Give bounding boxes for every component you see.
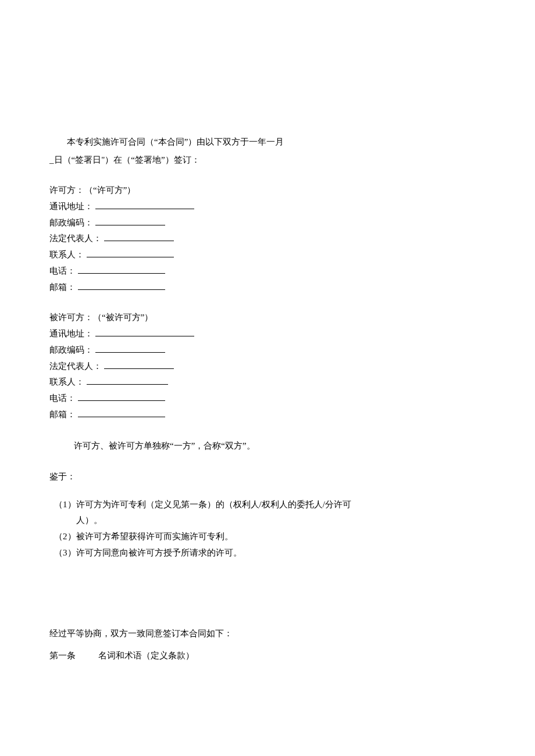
licensee-address: 通讯地址：: [49, 326, 486, 342]
licensee-postal-blank: [95, 343, 165, 353]
licensor-email-label: 邮箱：: [49, 282, 76, 292]
licensee-legal-rep-label: 法定代表人：: [49, 361, 102, 371]
article-1: 第一条 名词和术语（定义条款）: [49, 647, 486, 664]
licensee-contact-label: 联系人：: [49, 377, 84, 386]
article-1-title: 名词和术语（定义条款）: [98, 651, 194, 660]
licensee-block: 被许可方：（“被许可方”） 通讯地址： 邮政编码： 法定代表人： 联系人： 电话…: [49, 310, 486, 422]
article-1-number: 第一条: [49, 647, 96, 664]
recital-list: （1）许可方为许可专利（定义见第一条）的（权利人/权利人的委托人/分许可 人）。…: [54, 497, 486, 561]
recital-1-line-b: 人）。: [54, 513, 486, 529]
licensor-email: 邮箱：: [49, 280, 486, 296]
licensor-address-label: 通讯地址：: [49, 202, 93, 211]
licensor-contact-blank: [87, 248, 174, 257]
recital-2: （2）被许可方希望获得许可而实施许可专利。: [54, 529, 486, 545]
licensee-phone: 电话：: [49, 390, 486, 407]
licensee-contact-blank: [87, 375, 168, 385]
licensee-legal-rep: 法定代表人：: [49, 359, 486, 375]
licensor-legal-rep-blank: [104, 232, 174, 241]
licensee-phone-blank: [78, 392, 165, 401]
licensor-postal-blank: [95, 216, 165, 225]
document-page: 本专利实施许可合同（“本合同”）由以下双方于一年一月 _日（“签署日"）在（“签…: [0, 0, 535, 722]
recital-3: （3）许可方同意向被许可方授予所请求的许可。: [54, 545, 486, 561]
licensee-address-label: 通讯地址：: [49, 329, 93, 338]
licensor-contact-label: 联系人：: [49, 250, 84, 259]
recital-1-line-a: （1）许可方为许可专利（定义见第一条）的（权利人/权利人的委托人/分许可: [54, 497, 486, 513]
licensor-phone-label: 电话：: [49, 266, 76, 275]
whereas-label: 鉴于：: [49, 468, 486, 485]
licensee-heading: 被许可方：（“被许可方”）: [49, 310, 486, 326]
licensor-address-blank: [95, 200, 194, 209]
licensee-email-label: 邮箱：: [49, 410, 76, 419]
licensor-legal-rep: 法定代表人：: [49, 231, 486, 247]
licensor-contact: 联系人：: [49, 247, 486, 263]
licensor-address: 通讯地址：: [49, 199, 486, 215]
licensor-phone: 电话：: [49, 263, 486, 280]
intro-line-1: 本专利实施许可合同（“本合同”）由以下双方于一年一月: [49, 134, 486, 151]
licensee-postal-label: 邮政编码：: [49, 345, 93, 354]
intro-line-2: _日（“签署日"）在（“签署地”）签订：: [49, 152, 486, 169]
licensor-block: 许可方：（“许可方”） 通讯地址： 邮政编码： 法定代表人： 联系人： 电话： …: [49, 182, 486, 295]
licensor-heading: 许可方：（“许可方”）: [49, 182, 486, 199]
licensor-legal-rep-label: 法定代表人：: [49, 234, 102, 243]
licensee-email-blank: [78, 408, 165, 417]
licensee-phone-label: 电话：: [49, 393, 76, 403]
parties-reference: 许可方、被许可方单独称“一方”，合称“双方”。: [49, 438, 486, 454]
closing-statement: 经过平等协商，双方一致同意签订本合同如下：: [49, 625, 486, 642]
licensor-postal-label: 邮政编码：: [49, 218, 93, 227]
licensee-address-blank: [95, 327, 194, 336]
licensor-email-blank: [78, 281, 165, 290]
licensee-email: 邮箱：: [49, 407, 486, 423]
licensee-postal: 邮政编码：: [49, 342, 486, 359]
licensor-postal: 邮政编码：: [49, 215, 486, 231]
licensee-legal-rep-blank: [104, 360, 174, 369]
licensor-phone-blank: [78, 264, 165, 274]
licensee-contact: 联系人：: [49, 374, 486, 390]
